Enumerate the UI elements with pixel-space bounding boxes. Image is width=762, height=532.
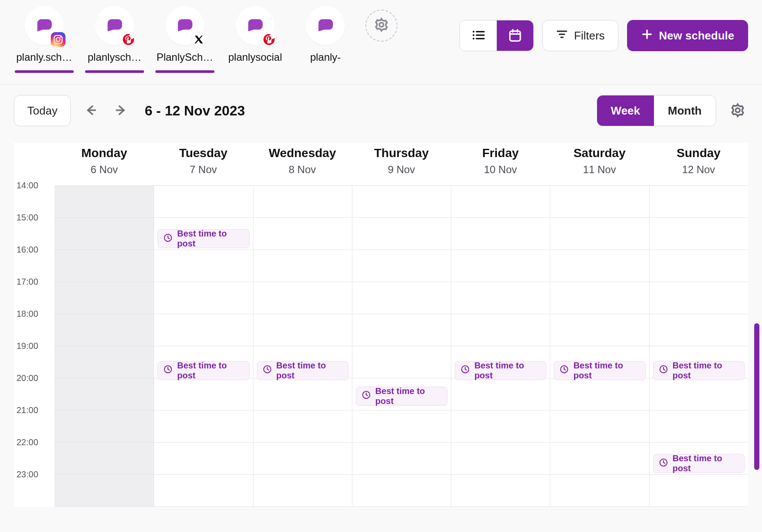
calendar-cell[interactable]	[650, 218, 748, 250]
day-column[interactable]	[55, 186, 154, 507]
calendar-cell[interactable]	[352, 410, 451, 443]
calendar-cell[interactable]	[352, 314, 451, 346]
account-item[interactable]: planlysch…	[84, 6, 145, 63]
calendar-cell[interactable]	[154, 378, 253, 410]
day-column[interactable]: Best time to post	[451, 186, 550, 507]
calendar-cell[interactable]	[550, 378, 649, 410]
date-range: 6 - 12 Nov 2023	[145, 103, 245, 119]
day-column[interactable]: Best time to post	[550, 186, 649, 507]
calendar-cell[interactable]	[55, 218, 154, 250]
calendar-cell[interactable]	[451, 186, 550, 218]
calendar-cell[interactable]	[253, 475, 352, 507]
accounts-list: planly.sch… planlysch… PlanlySch…	[14, 6, 397, 63]
calendar-cell[interactable]	[352, 443, 451, 475]
calendar-cell[interactable]	[352, 346, 451, 378]
calendar-cell[interactable]	[253, 314, 352, 346]
event-best-time[interactable]: Best time to post	[257, 361, 348, 380]
day-column[interactable]: Best time to post Best time to post	[649, 186, 748, 507]
today-button[interactable]: Today	[14, 95, 71, 126]
calendar-cell[interactable]	[650, 378, 748, 410]
calendar-settings-button[interactable]	[727, 100, 748, 122]
calendar-cell[interactable]	[55, 314, 154, 346]
calendar-cell[interactable]	[352, 475, 451, 507]
calendar-cell[interactable]	[650, 186, 748, 218]
prev-week-button[interactable]	[80, 100, 101, 121]
calendar-cell[interactable]	[154, 410, 253, 443]
arrow-left-icon	[84, 103, 98, 118]
calendar-cell[interactable]	[55, 186, 154, 218]
calendar-cell[interactable]	[451, 218, 550, 250]
calendar-cell[interactable]	[650, 475, 748, 507]
calendar-cell[interactable]	[55, 410, 154, 443]
calendar-cell[interactable]	[550, 314, 649, 346]
calendar-cell[interactable]	[154, 443, 253, 475]
event-best-time[interactable]: Best time to post	[158, 229, 249, 248]
day-column[interactable]: Best time to post Best time to post	[154, 186, 253, 507]
calendar-cell[interactable]	[352, 186, 451, 218]
calendar-cell[interactable]	[550, 443, 649, 475]
event-best-time[interactable]: Best time to post	[356, 387, 447, 406]
event-label: Best time to post	[177, 229, 243, 249]
calendar-cell[interactable]	[154, 475, 253, 507]
calendar-cell[interactable]	[550, 475, 649, 507]
calendar-cell[interactable]	[650, 250, 748, 282]
calendar-cell[interactable]	[451, 378, 550, 410]
calendar-cell[interactable]	[451, 250, 550, 282]
next-week-button[interactable]	[111, 100, 131, 121]
scrollbar[interactable]	[754, 323, 759, 470]
calendar-cell[interactable]	[253, 443, 352, 475]
event-best-time[interactable]: Best time to post	[158, 361, 249, 380]
new-schedule-button[interactable]: New schedule	[627, 20, 748, 51]
event-best-time[interactable]: Best time to post	[653, 454, 745, 473]
calendar-cell[interactable]	[550, 282, 649, 314]
calendar-cell[interactable]	[650, 282, 748, 314]
event-best-time[interactable]: Best time to post	[455, 361, 546, 380]
calendar-cell[interactable]	[650, 410, 748, 443]
calendar-cell[interactable]	[55, 346, 154, 378]
account-item[interactable]: planly.sch…	[14, 6, 75, 63]
account-avatar	[306, 6, 345, 45]
calendar-cell[interactable]	[253, 282, 352, 314]
calendar-cell[interactable]	[352, 250, 451, 282]
calendar-cell[interactable]	[550, 410, 649, 443]
calendar-cell[interactable]	[253, 186, 352, 218]
list-view-button[interactable]	[460, 20, 497, 51]
calendar-cell[interactable]	[253, 410, 352, 443]
calendar-cell[interactable]	[352, 218, 451, 250]
month-view-button[interactable]: Month	[654, 95, 716, 126]
account-item[interactable]: PlanlySch…	[154, 6, 215, 63]
calendar-cell[interactable]	[154, 186, 253, 218]
calendar-cell[interactable]	[650, 314, 748, 346]
calendar-cell[interactable]	[451, 314, 550, 346]
event-best-time[interactable]: Best time to post	[554, 361, 645, 380]
account-item[interactable]: planlysocial	[225, 6, 286, 63]
calendar-cell[interactable]	[154, 314, 253, 346]
accounts-settings-button[interactable]	[365, 10, 397, 42]
week-view-button[interactable]: Week	[597, 95, 654, 126]
calendar-cell[interactable]	[451, 282, 550, 314]
calendar-cell[interactable]	[55, 250, 154, 282]
calendar-cell[interactable]	[451, 443, 550, 475]
event-best-time[interactable]: Best time to post	[653, 361, 745, 380]
calendar-cell[interactable]	[550, 250, 649, 282]
calendar-cell[interactable]	[55, 443, 154, 475]
day-column[interactable]: Best time to post	[253, 186, 352, 507]
calendar-cell[interactable]	[55, 475, 154, 507]
calendar-cell[interactable]	[55, 378, 154, 410]
calendar-view-button[interactable]	[497, 20, 533, 51]
calendar-cell[interactable]	[352, 282, 451, 314]
calendar-cell[interactable]	[451, 475, 550, 507]
calendar-cell[interactable]	[154, 282, 253, 314]
calendar-cell[interactable]	[550, 186, 649, 218]
calendar-cell[interactable]	[55, 282, 154, 314]
day-column[interactable]: Best time to post	[352, 186, 451, 507]
calendar-cell[interactable]	[253, 378, 352, 410]
calendar-cell[interactable]	[253, 218, 352, 250]
calendar-cell[interactable]	[253, 250, 352, 282]
calendar-cell[interactable]	[550, 218, 649, 250]
account-item[interactable]: planly-	[295, 6, 356, 63]
calendar-cell[interactable]	[154, 250, 253, 282]
filters-button[interactable]: Filters	[542, 20, 618, 51]
account-label: planly-	[310, 51, 341, 63]
calendar-cell[interactable]	[451, 410, 550, 443]
